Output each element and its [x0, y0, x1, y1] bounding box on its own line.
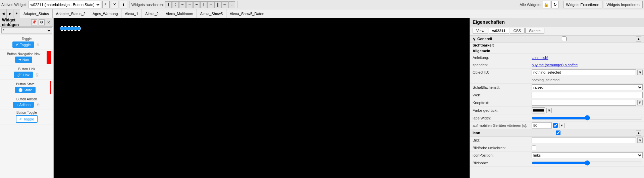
- adition-plus-icon: +: [16, 103, 18, 107]
- tab-nav-forward[interactable]: ▶: [7, 9, 13, 18]
- info-widget-btn[interactable]: ℹ: [120, 1, 127, 8]
- prop-label-objectid2: [470, 79, 530, 81]
- right-panel-header: Eigenschaften: [470, 18, 644, 26]
- left-panel-pin-btn[interactable]: 📌: [31, 19, 37, 25]
- prop-value-iconposition: links: [530, 152, 644, 159]
- separator-1: [129, 1, 129, 8]
- align-bottom-icon[interactable]: ┉: [193, 1, 200, 8]
- prop-link-anleitung[interactable]: Lies mich!: [532, 56, 548, 60]
- canvas-button-widget[interactable]: [60, 27, 80, 30]
- prop-knopftext-copy-btn[interactable]: ⎘: [637, 100, 643, 105]
- filter-icon: ∨: [473, 36, 476, 41]
- prop-objectid-copy-btn[interactable]: ⎘: [637, 70, 643, 75]
- link-copy-icon[interactable]: ⎘: [34, 72, 40, 78]
- prop-icon-section-checkbox[interactable]: [556, 130, 560, 135]
- tab-alexa-show5-daten[interactable]: Alexa_Show5_Daten: [226, 9, 268, 18]
- same-width-icon[interactable]: ⇿: [221, 1, 228, 8]
- prop-value-vibriere: ▼: [530, 122, 644, 129]
- link-icon: 🔗: [17, 73, 22, 77]
- widget-item-state[interactable]: Button State ⬤ State: [0, 80, 53, 96]
- prop-input-knopftext[interactable]: [532, 100, 636, 106]
- tab-adapter-status[interactable]: Adapter_Status: [20, 9, 53, 18]
- generell-checkbox[interactable]: [562, 36, 567, 41]
- widget-select[interactable]: w02211 (materialdesign - Button State): [28, 1, 101, 8]
- widget-item-adition[interactable]: Button Adition + Adition ⎘: [0, 96, 53, 109]
- widget-item-nav[interactable]: Button Navigation Nav ➡ Nav: [0, 50, 53, 66]
- same-height-icon[interactable]: ↕: [228, 1, 235, 8]
- rpanel-tab-skripte[interactable]: Skripte: [525, 28, 544, 34]
- lock-btn[interactable]: 🔒: [543, 1, 550, 8]
- export-btn[interactable]: Widgets Exportieren: [563, 1, 602, 8]
- prop-row-spenden: spenden: buy me (scrounger) a coffee: [470, 61, 644, 69]
- widget-item-toggle[interactable]: Toggle ✔ Toggle ℹ: [0, 36, 53, 50]
- prop-select-iconposition[interactable]: links: [532, 152, 643, 158]
- canvas-widget[interactable]: [60, 25, 80, 30]
- distribute-v-icon[interactable]: ║: [214, 1, 221, 8]
- widget-label-state: Button State: [16, 82, 35, 86]
- distribute-h-icon[interactable]: ═: [207, 1, 214, 8]
- prop-value-anleitung: Lies mich!: [530, 55, 644, 60]
- widget-item-btoggle[interactable]: Button Toggle ✔ Toggle: [0, 109, 53, 124]
- nav-arrow-icon: ➡: [18, 58, 21, 62]
- widget-preview-btoggle: ✔ Toggle: [16, 115, 37, 123]
- prop-input-objectid[interactable]: [532, 69, 636, 75]
- import-btn[interactable]: Widgets Importieren: [604, 1, 643, 8]
- widget-preview-toggle: ✔ Toggle ℹ: [12, 41, 41, 48]
- prop-checkbox-vibriere[interactable]: [553, 123, 558, 128]
- canvas-area[interactable]: [54, 18, 470, 178]
- tab-alexa-multiroom[interactable]: Alexa_Multiroom: [162, 9, 197, 18]
- separator-2: [237, 1, 237, 8]
- align-right-icon[interactable]: ┆: [200, 1, 207, 8]
- prop-bild-copy-btn[interactable]: ⎘: [637, 138, 643, 143]
- prop-value-schaltflachenstil: raised: [530, 84, 644, 91]
- prop-label-vibriere: auf mobilen Geräten vibrieren [s]:: [470, 123, 530, 128]
- rpanel-tab-css[interactable]: CSS: [510, 28, 525, 34]
- toggle-info-icon[interactable]: ℹ: [36, 42, 41, 48]
- prop-row-farbe: Farbe gedrückt: ⎘: [470, 107, 644, 114]
- align-left-icon[interactable]: ┇: [165, 1, 172, 8]
- refresh-btn[interactable]: ↻: [551, 1, 559, 8]
- prop-value-knopftext: ⎘: [530, 99, 644, 106]
- widget-list: Toggle ✔ Toggle ℹ Button Navigation Nav …: [0, 34, 53, 178]
- prop-farbe-copy-btn[interactable]: ⎘: [546, 108, 552, 113]
- prop-value-wert: [530, 91, 644, 99]
- tab-nav-back[interactable]: ◀: [0, 9, 7, 18]
- filter-select[interactable]: *: [1, 27, 52, 33]
- tab-ages-warnung[interactable]: Ages_Warnung: [89, 9, 121, 18]
- prop-input-wert[interactable]: [532, 92, 643, 98]
- prop-input-vibriere[interactable]: [532, 122, 552, 128]
- prop-value-bildfarbe: [530, 145, 644, 151]
- prop-color-farbe[interactable]: [532, 107, 545, 113]
- prop-vibriere-arrow-btn[interactable]: ▼: [559, 123, 565, 128]
- left-panel-settings-btn[interactable]: ⚙: [39, 19, 45, 25]
- prop-row-bild: Bild: ⎘: [470, 137, 644, 144]
- widget-item-link[interactable]: Button Link 🔗 Link ⎘: [0, 66, 53, 80]
- tab-adapter-status-2[interactable]: Adapter_Status_2: [53, 9, 89, 18]
- rpanel-tab-w02211[interactable]: w02211: [489, 28, 509, 34]
- prop-value-farbe: ⎘: [530, 107, 644, 114]
- tab-alexa-2[interactable]: Alexa_2: [142, 9, 162, 18]
- align-center-h-icon[interactable]: ╎: [172, 1, 179, 8]
- prop-slider-bildhohe[interactable]: [532, 161, 643, 165]
- prop-input-bild[interactable]: [532, 137, 636, 143]
- prop-select-schaltflachenstil[interactable]: raised: [532, 84, 643, 90]
- left-panel-close-btn[interactable]: ✕: [46, 20, 51, 25]
- rpanel-tab-view[interactable]: View: [473, 28, 488, 34]
- copy-widget-btn[interactable]: ⎘: [102, 1, 110, 8]
- prop-link-spenden[interactable]: buy me (scrounger) a coffee: [532, 63, 578, 67]
- widget-label-adition: Button Adition: [16, 97, 37, 101]
- tab-alexa-show5[interactable]: Alexa_Show5: [197, 9, 226, 18]
- tab-alexa-1[interactable]: Alexa_1: [121, 9, 142, 18]
- icon-section-scroll-btn[interactable]: ▲: [636, 130, 641, 136]
- prop-value-bildhohe: [530, 161, 644, 165]
- align-top-icon[interactable]: ┈: [179, 1, 186, 8]
- align-middle-v-icon[interactable]: ═: [186, 1, 193, 8]
- widget-label-toggle: Toggle: [22, 37, 32, 41]
- adition-copy-icon[interactable]: ⎘: [35, 102, 41, 107]
- section-scroll-btn[interactable]: ▲: [636, 36, 641, 41]
- prop-slider-labelwidth[interactable]: [532, 116, 643, 120]
- prop-checkbox-bildfarbe[interactable]: [532, 146, 536, 150]
- delete-widget-btn[interactable]: ✕: [111, 1, 118, 8]
- sichtbarkeit-subsection: Sichtbarkeit: [470, 42, 644, 48]
- tab-add-btn[interactable]: +: [13, 9, 20, 18]
